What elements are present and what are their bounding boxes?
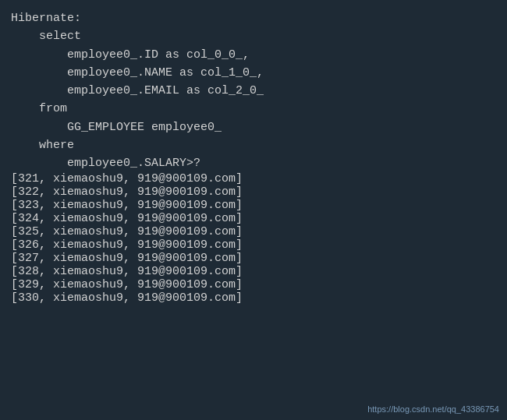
- code-line-9: employee0_.SALARY>?: [11, 154, 496, 172]
- result-row: [326, xiemaoshu9, 919@900109.com]: [11, 238, 496, 252]
- result-row: [325, xiemaoshu9, 919@900109.com]: [11, 225, 496, 238]
- result-row: [321, xiemaoshu9, 919@900109.com]: [11, 172, 496, 185]
- terminal-window: Hibernate: select employee0_.ID as col_0…: [0, 0, 507, 420]
- code-line-5: employee0_.EMAIL as col_2_0_: [11, 82, 496, 100]
- code-line-4: employee0_.NAME as col_1_0_,: [11, 64, 496, 82]
- code-line-1: Hibernate:: [11, 9, 496, 27]
- result-row: [323, xiemaoshu9, 919@900109.com]: [11, 199, 496, 212]
- code-line-2: select: [11, 27, 496, 45]
- code-line-8: where: [11, 136, 496, 154]
- watermark: https://blog.csdn.net/qq_43386754: [367, 404, 499, 414]
- result-row: [324, xiemaoshu9, 919@900109.com]: [11, 212, 496, 225]
- result-row: [328, xiemaoshu9, 919@900109.com]: [11, 265, 496, 278]
- result-row: [327, xiemaoshu9, 919@900109.com]: [11, 252, 496, 265]
- result-row: [322, xiemaoshu9, 919@900109.com]: [11, 185, 496, 199]
- code-line-7: GG_EMPLOYEE employee0_: [11, 118, 496, 136]
- code-line-6: from: [11, 100, 496, 118]
- result-row: [330, xiemaoshu9, 919@900109.com]: [11, 291, 496, 305]
- code-block: Hibernate: select employee0_.ID as col_0…: [11, 9, 496, 172]
- code-line-3: employee0_.ID as col_0_0_,: [11, 46, 496, 64]
- results-block: [321, xiemaoshu9, 919@900109.com][322, x…: [11, 172, 496, 305]
- result-row: [329, xiemaoshu9, 919@900109.com]: [11, 278, 496, 291]
